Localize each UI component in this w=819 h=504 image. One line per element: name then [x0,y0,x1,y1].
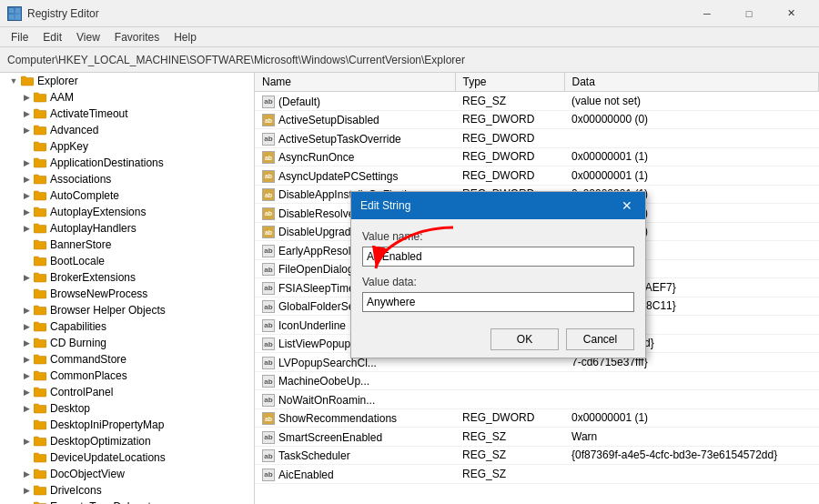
cancel-button[interactable]: Cancel [566,328,634,350]
close-button[interactable]: ✕ [770,0,812,27]
tree-item-explorer[interactable]: ▼ Explorer [0,73,254,89]
reg-data-cell: 0x00000000 (0) [564,110,819,129]
tree-panel[interactable]: ▼ Explorer ▶ AAM ▶ [0,73,255,504]
folder-icon-bootlocale [33,255,47,267]
tree-item-desktopini[interactable]: DesktopIniPropertyMap [0,417,254,433]
folder-icon-controlpanel [33,386,47,398]
value-data-input[interactable] [362,292,634,312]
table-row[interactable]: abShowRecommendationsREG_DWORD0x00000001… [255,408,819,428]
svg-rect-0 [9,8,14,13]
reg-name-cell: abActiveSetupTaskOverride [255,129,455,148]
ok-button[interactable]: OK [490,328,559,350]
tree-item-appkey[interactable]: AppKey [0,138,254,155]
expand-icon-desktop: ▶ [20,402,33,415]
reg-data-cell: 0x00000001 (1) [564,147,819,166]
tree-item-browserhelper[interactable]: ▶ Browser Helper Objects [0,302,254,318]
expand-icon-executetype: ▶ [20,500,33,504]
tree-item-controlpanel[interactable]: ▶ ControlPanel [0,384,254,400]
address-bar: Computer\HKEY_LOCAL_MACHINE\SOFTWARE\Mic… [0,47,819,73]
tree-item-associations-label: Associations [50,173,111,186]
tree-item-associations[interactable]: ▶ Associations [0,171,254,187]
reg-data-cell: 0x00000001 (1) [564,408,819,428]
tree-item-docobject[interactable]: ▶ DocObjectView [0,466,254,482]
tree-item-bootlocale[interactable]: BootLocale [0,253,254,269]
table-row[interactable]: abAsyncRunOnceREG_DWORD0x00000001 (1) [255,147,819,166]
tree-item-deviceupdate[interactable]: DeviceUpdateLocations [0,449,254,466]
reg-data-cell [564,390,819,409]
menu-bar: File Edit View Favorites Help [0,27,819,47]
tree-item-advanced[interactable]: ▶ Advanced [0,122,254,138]
reg-type-cell: REG_DWORD [455,147,564,166]
folder-icon-commonplaces [33,369,47,382]
folder-icon-brokerext [33,271,47,284]
reg-type-cell: REG_SZ [455,92,564,111]
menu-help[interactable]: Help [167,29,204,45]
tree-item-aam[interactable]: ▶ AAM [0,89,254,106]
tree-item-capabilities[interactable]: ▶ Capabilities [0,318,254,335]
tree-item-desktop[interactable]: ▶ Desktop [0,400,254,417]
tree-item-browsenewproc[interactable]: BrowseNewProcess [0,286,254,302]
maximize-button[interactable]: □ [728,0,770,27]
table-row[interactable]: abTaskSchedulerREG_SZ{0f87369f-a4e5-4cfc… [255,446,819,465]
menu-view[interactable]: View [69,29,107,45]
tree-item-appdest[interactable]: ▶ ApplicationDestinations [0,155,254,171]
tree-item-explorer-label: Explorer [37,75,78,87]
col-type[interactable]: Type [455,73,564,92]
table-row[interactable]: ab(Default)REG_SZ(value not set) [255,92,819,111]
menu-favorites[interactable]: Favorites [107,29,167,45]
reg-name-cell: ab(Default) [255,92,455,111]
reg-type-cell: REG_DWORD [455,110,564,129]
table-row[interactable]: abSmartScreenEnabledREG_SZWarn [255,428,819,447]
folder-icon-appdest [33,156,47,169]
tree-item-cdburning-label: CD Burning [50,337,106,349]
tree-item-autocomplete[interactable]: ▶ AutoComplete [0,187,254,204]
value-name-input[interactable] [362,247,634,267]
table-row[interactable]: abActiveSetupDisabledREG_DWORD0x00000000… [255,110,819,129]
reg-name-cell: abMachineOobeUp... [255,371,455,390]
tree-item-bannerstore[interactable]: BannerStore [0,237,254,253]
tree-item-commandstore[interactable]: ▶ CommandStore [0,351,254,368]
folder-icon-bannerstore [33,238,47,251]
expand-icon-bootlocale [20,255,33,267]
modal-close-button[interactable]: ✕ [618,197,636,215]
expand-icon-deviceupdate [20,451,33,464]
tree-item-desktopopt[interactable]: ▶ DesktopOptimization [0,433,254,449]
tree-item-brokerext[interactable]: ▶ BrokerExtensions [0,269,254,286]
reg-data-cell: {0f87369f-a4e5-4cfc-bd3e-73e6154572dd} [564,446,819,465]
tree-item-driveicons-label: DriveIcons [50,484,102,497]
folder-icon-capabilities [33,320,47,333]
tree-item-autoplayhandlers[interactable]: ▶ AutoplayHandlers [0,220,254,237]
tree-item-browserhelper-label: Browser Helper Objects [50,304,166,317]
window-controls: ─ □ ✕ [686,0,812,27]
tree-item-executetype[interactable]: ▶ ExecuteTypeDelegates [0,499,254,504]
reg-name-cell: abActiveSetupDisabled [255,110,455,129]
folder-icon-appkey [33,140,47,153]
table-row[interactable]: abActiveSetupTaskOverrideREG_DWORD [255,129,819,148]
reg-type-cell: REG_SZ [455,446,564,465]
tree-item-executetype-label: ExecuteTypeDelegates [50,500,162,504]
menu-file[interactable]: File [4,29,35,45]
table-row[interactable]: abAicEnabledREG_SZ [255,465,819,484]
modal-title-bar[interactable]: Edit String ✕ [351,192,645,219]
folder-icon-desktop [33,402,47,415]
folder-icon-commandstore [33,353,47,366]
tree-item-browsenewproc-label: BrowseNewProcess [50,287,147,300]
minimize-button[interactable]: ─ [686,0,728,27]
table-row[interactable]: abNoWaitOnRoamin... [255,390,819,409]
svg-rect-2 [9,15,14,19]
col-name[interactable]: Name [255,73,455,92]
table-row[interactable]: abMachineOobeUp... [255,371,819,390]
reg-type-cell: REG_SZ [455,465,564,484]
tree-item-activatetimeout[interactable]: ▶ ActivateTimeout [0,106,254,122]
folder-icon-desktopini [33,418,47,431]
expand-icon-explorer: ▼ [7,75,20,87]
table-row[interactable]: abAsyncUpdatePCSettingsREG_DWORD0x000000… [255,166,819,186]
col-data[interactable]: Data [564,73,819,92]
reg-name-cell: abSmartScreenEnabled [255,428,455,447]
tree-item-cdburning[interactable]: ▶ CD Burning [0,335,254,351]
tree-item-commonplaces[interactable]: ▶ CommonPlaces [0,368,254,384]
svg-rect-1 [15,8,20,13]
menu-edit[interactable]: Edit [35,29,69,45]
tree-item-autoplayext[interactable]: ▶ AutoplayExtensions [0,204,254,220]
tree-item-driveicons[interactable]: ▶ DriveIcons [0,482,254,499]
